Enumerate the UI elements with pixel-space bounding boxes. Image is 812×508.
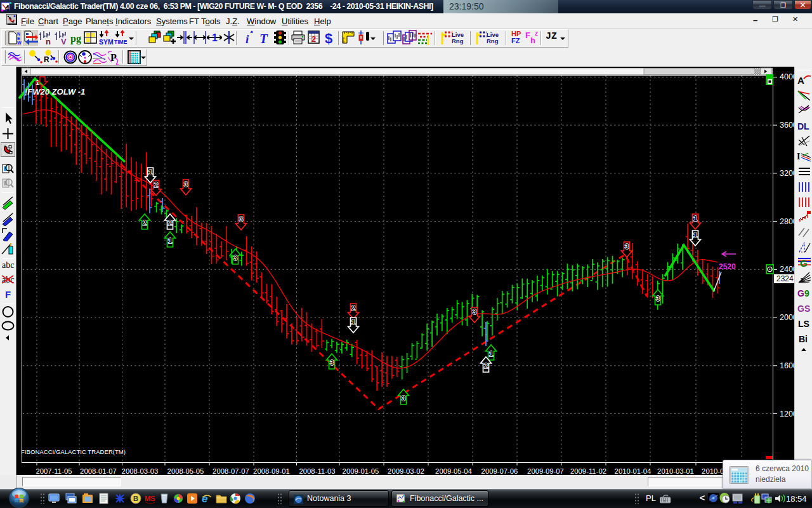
svg-text:1: 1 <box>489 350 493 358</box>
svg-text:R: R <box>44 55 49 64</box>
svg-text:2000: 2000 <box>780 313 794 322</box>
svg-text:2009-03-02: 2009-03-02 <box>388 467 424 475</box>
svg-text:LS: LS <box>798 319 809 329</box>
svg-text:GS: GS <box>797 304 810 314</box>
svg-text:N: N <box>17 32 20 36</box>
svg-text:abc: abc <box>2 260 14 270</box>
svg-text:3600: 3600 <box>780 121 794 130</box>
svg-text:2: 2 <box>143 219 147 227</box>
svg-text:2: 2 <box>484 362 488 370</box>
svg-text:2009-07-06: 2009-07-06 <box>481 467 518 475</box>
svg-text:z: z <box>535 30 538 37</box>
svg-text:2009-01-05: 2009-01-05 <box>343 467 379 475</box>
svg-text:DL: DL <box>797 121 809 131</box>
svg-text:3: 3 <box>233 254 237 262</box>
svg-text:I: I <box>797 152 800 161</box>
svg-text:3: 3 <box>473 308 476 316</box>
svg-text:V: V <box>61 37 67 46</box>
svg-text:F: F <box>525 30 530 40</box>
svg-text:A: A <box>797 75 804 86</box>
svg-text:3: 3 <box>625 243 629 250</box>
svg-text:!FW20 ZOLW -1: !FW20 ZOLW -1 <box>25 87 85 97</box>
svg-text:3200: 3200 <box>780 169 794 178</box>
svg-text:i: i <box>246 32 249 46</box>
svg-text:3: 3 <box>656 295 660 302</box>
svg-text:Bi: Bi <box>799 334 808 344</box>
svg-text:3: 3 <box>402 394 405 402</box>
svg-text:TIME: TIME <box>114 39 128 45</box>
svg-text:1: 1 <box>693 215 697 222</box>
svg-text:2009-05-04: 2009-05-04 <box>435 467 472 475</box>
svg-text:2009-09-07: 2009-09-07 <box>527 467 564 475</box>
svg-text:2: 2 <box>351 304 355 312</box>
svg-text:2: 2 <box>168 219 172 227</box>
svg-text:2800: 2800 <box>780 217 794 226</box>
svg-text:MS: MS <box>145 495 155 502</box>
svg-text:G: G <box>800 258 808 269</box>
svg-text:2008-07-07: 2008-07-07 <box>213 467 249 475</box>
svg-text:2008-05-05: 2008-05-05 <box>167 467 204 475</box>
svg-text:2324: 2324 <box>776 274 794 283</box>
svg-text:T: T <box>259 31 268 46</box>
svg-text:2007-11-05: 2007-11-05 <box>36 467 72 475</box>
svg-text:G9: G9 <box>797 288 809 298</box>
svg-text:2520: 2520 <box>719 262 736 271</box>
svg-text:2008-03-03: 2008-03-03 <box>122 467 159 475</box>
svg-text:E: E <box>17 36 20 41</box>
svg-text:3: 3 <box>184 180 188 188</box>
svg-text:1: 1 <box>148 168 152 176</box>
svg-text:e: e <box>202 493 207 504</box>
svg-text:2: 2 <box>154 181 158 189</box>
svg-text:3: 3 <box>330 359 334 366</box>
svg-text:1: 1 <box>168 237 172 244</box>
svg-text:1: 1 <box>693 231 697 239</box>
svg-text:$: $ <box>325 30 332 46</box>
svg-text:4: 4 <box>5 4 10 13</box>
svg-text:2008-11-03: 2008-11-03 <box>299 467 336 475</box>
svg-text:1: 1 <box>212 32 218 43</box>
svg-text:2: 2 <box>311 34 316 44</box>
svg-text:1600: 1600 <box>780 361 794 370</box>
svg-text:n: n <box>46 37 51 46</box>
svg-text:2008-09-01: 2008-09-01 <box>253 467 290 475</box>
svg-text:SYM: SYM <box>99 38 114 46</box>
svg-text:FIBONACCI/GALACTIC TRADER(TM): FIBONACCI/GALACTIC TRADER(TM) <box>21 448 126 455</box>
svg-text:4000: 4000 <box>780 72 794 81</box>
svg-text:2008-01-07: 2008-01-07 <box>80 467 117 475</box>
svg-text:2010-01-04: 2010-01-04 <box>615 467 652 475</box>
svg-text:F: F <box>5 289 11 300</box>
svg-text:1200: 1200 <box>780 410 794 418</box>
svg-text:h: h <box>530 36 535 45</box>
svg-text:W: W <box>17 41 22 45</box>
svg-text:2009-11-02: 2009-11-02 <box>570 467 606 475</box>
svg-text:pg: pg <box>70 33 81 44</box>
svg-text:3: 3 <box>239 215 243 223</box>
svg-text:2400: 2400 <box>780 265 794 274</box>
svg-text:2010-03-01: 2010-03-01 <box>657 467 694 475</box>
svg-text:B: B <box>133 495 138 502</box>
svg-text:1: 1 <box>351 318 355 326</box>
